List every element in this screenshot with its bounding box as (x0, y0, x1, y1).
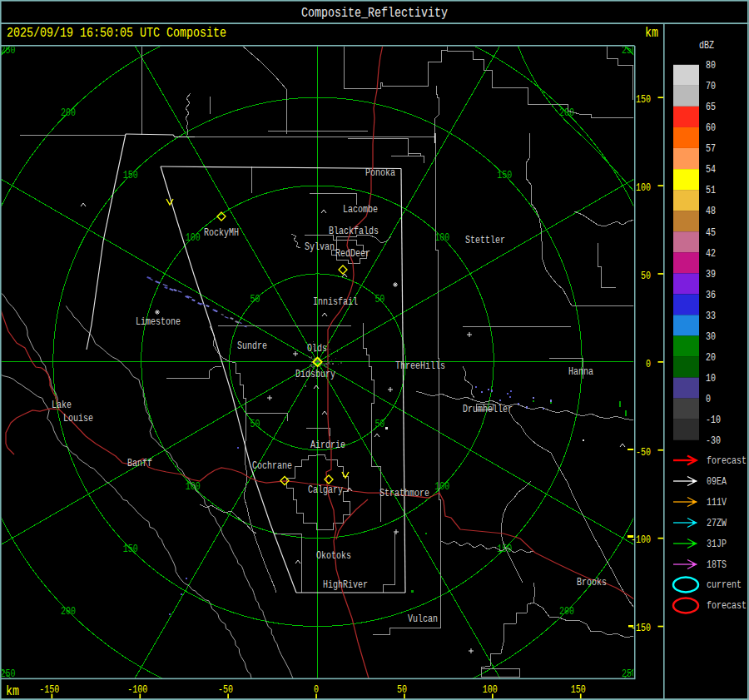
svg-text:Limestone: Limestone (136, 316, 181, 328)
svg-text:Blackfalds: Blackfalds (329, 226, 379, 237)
svg-text:dBZ: dBZ (699, 40, 714, 52)
svg-text:111V: 111V (707, 497, 727, 509)
svg-text:10: 10 (706, 373, 716, 385)
svg-text:-100: -100 (127, 684, 147, 696)
svg-text:42: 42 (706, 248, 716, 260)
svg-text:Brooks: Brooks (577, 577, 607, 588)
svg-text:54: 54 (706, 164, 716, 176)
svg-text:km: km (645, 26, 658, 41)
svg-text:27ZW: 27ZW (707, 518, 727, 529)
svg-text:50: 50 (374, 294, 384, 305)
svg-text:50: 50 (250, 294, 260, 305)
svg-text:2025/09/19 16:50:05 UTC Compos: 2025/09/19 16:50:05 UTC Composite (7, 26, 226, 41)
svg-text:Olds: Olds (307, 343, 327, 355)
svg-text:33: 33 (706, 310, 716, 322)
svg-text:-50: -50 (218, 684, 233, 696)
svg-text:Sylvan: Sylvan (305, 241, 335, 253)
svg-text:Hanna: Hanna (568, 366, 593, 378)
svg-text:65: 65 (706, 102, 716, 113)
svg-text:Lake: Lake (52, 400, 72, 411)
svg-text:150: 150 (636, 94, 651, 106)
svg-text:50: 50 (397, 684, 407, 696)
svg-text:-150: -150 (631, 623, 651, 634)
svg-text:250: 250 (1, 45, 16, 57)
svg-text:50: 50 (641, 271, 651, 282)
svg-text:Lacombe: Lacombe (343, 204, 378, 216)
svg-text:39: 39 (706, 269, 716, 280)
svg-text:200: 200 (61, 606, 76, 618)
svg-text:Strathmore: Strathmore (379, 488, 429, 499)
svg-text:100: 100 (483, 684, 498, 696)
svg-text:100: 100 (434, 481, 449, 493)
svg-text:200: 200 (559, 606, 574, 618)
svg-text:100: 100 (636, 182, 651, 194)
svg-text:45: 45 (706, 227, 716, 239)
svg-text:Banff: Banff (127, 458, 152, 469)
svg-text:0: 0 (646, 359, 651, 370)
svg-text:150: 150 (123, 170, 138, 181)
svg-text:100: 100 (434, 232, 449, 244)
svg-text:Innisfail: Innisfail (313, 296, 358, 308)
svg-text:Ponoka: Ponoka (365, 167, 395, 179)
svg-text:current: current (707, 579, 742, 591)
svg-text:200: 200 (559, 107, 574, 119)
svg-text:-100: -100 (631, 534, 651, 546)
svg-text:Calgary: Calgary (308, 484, 343, 496)
svg-text:-150: -150 (39, 684, 59, 696)
svg-text:HighRiver: HighRiver (323, 579, 368, 591)
svg-text:RockyMH: RockyMH (204, 227, 239, 239)
svg-text:km: km (6, 684, 19, 699)
svg-text:Drumheller: Drumheller (463, 404, 513, 415)
svg-text:51: 51 (706, 185, 716, 196)
svg-text:0: 0 (314, 684, 319, 696)
svg-text:-30: -30 (706, 435, 721, 447)
svg-text:Louise: Louise (63, 413, 93, 424)
svg-text:-10: -10 (706, 415, 721, 426)
svg-text:Vulcan: Vulcan (408, 613, 438, 625)
svg-text:Composite_Reflectivity: Composite_Reflectivity (301, 6, 448, 21)
svg-text:60: 60 (706, 122, 716, 134)
svg-text:200: 200 (61, 107, 76, 119)
svg-text:-50: -50 (636, 447, 651, 459)
svg-text:RedDeer: RedDeer (335, 248, 370, 260)
svg-text:50: 50 (374, 419, 384, 430)
svg-text:Stettler: Stettler (465, 235, 505, 246)
svg-text:0: 0 (706, 394, 711, 405)
svg-text:100: 100 (186, 481, 201, 493)
svg-text:18TS: 18TS (707, 559, 727, 571)
svg-text:20: 20 (706, 352, 716, 364)
svg-text:70: 70 (706, 81, 716, 92)
svg-text:forecast: forecast (707, 600, 747, 612)
svg-text:30: 30 (706, 331, 716, 343)
svg-text:48: 48 (706, 206, 716, 217)
svg-text:09EA: 09EA (707, 476, 727, 488)
svg-text:ThreeHills: ThreeHills (395, 360, 445, 372)
svg-text:80: 80 (706, 60, 716, 72)
svg-text:150: 150 (123, 544, 138, 555)
svg-text:150: 150 (571, 684, 586, 696)
svg-text:forecast: forecast (707, 455, 747, 467)
svg-text:50: 50 (250, 419, 260, 430)
svg-text:Okotoks: Okotoks (316, 550, 351, 562)
svg-text:Sundre: Sundre (237, 340, 267, 352)
svg-text:100: 100 (186, 232, 201, 244)
svg-text:Didsbury: Didsbury (295, 369, 335, 380)
svg-text:Airdrie: Airdrie (310, 439, 345, 451)
svg-text:150: 150 (497, 170, 512, 181)
svg-text:31JP: 31JP (707, 539, 727, 550)
svg-text:57: 57 (706, 143, 716, 155)
svg-text:36: 36 (706, 290, 716, 301)
svg-text:Cochrane: Cochrane (252, 460, 292, 472)
